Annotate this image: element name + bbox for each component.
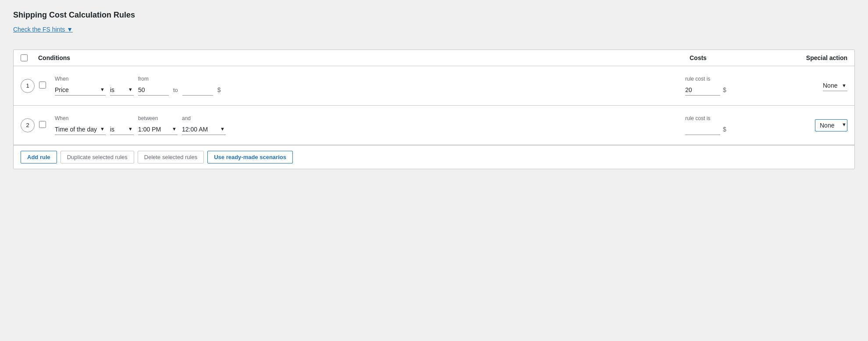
row1-cost-group: rule cost is	[685, 76, 720, 96]
row2-is-label-spacer	[110, 115, 134, 121]
add-rule-button[interactable]: Add rule	[21, 151, 57, 163]
header-checkbox-col	[21, 54, 38, 61]
row1-special: None ▼	[777, 80, 847, 91]
row1-is-label-spacer	[110, 76, 134, 82]
row2-between-group: between 12:00 AM1:00 AM2:00 AM3:00 AM 4:…	[138, 115, 178, 135]
table-row: 2 When Price Weight Quantity Time of the…	[14, 106, 854, 145]
row2-and-group: and 12:00 AM1:00 AM2:00 AM3:00 AM 4:00 A…	[182, 115, 226, 135]
row1-to-label-spacer	[182, 76, 213, 82]
page-title: Shipping Cost Calculation Rules	[13, 11, 855, 20]
delete-rules-button[interactable]: Delete selected rules	[138, 151, 204, 163]
row2-is-group: is is not ▼	[110, 115, 134, 135]
row1-currency1: $	[217, 86, 221, 96]
row2-special: None ▼	[777, 119, 847, 131]
row2-is-wrapper: is is not ▼	[110, 124, 134, 135]
ready-made-button[interactable]: Use ready-made scenarios	[207, 151, 293, 163]
row2-checkbox[interactable]	[39, 121, 46, 128]
row1-condition-select[interactable]: Price Weight Quantity Time of the day	[55, 85, 106, 96]
row1-is-wrapper: is is not ▼	[110, 85, 134, 96]
row1-is-select[interactable]: is is not	[110, 85, 134, 96]
row2-when-group: When Price Weight Quantity Time of the d…	[55, 115, 106, 135]
row2-cost-group: rule cost is	[685, 115, 720, 135]
row1-from-input[interactable]	[138, 85, 169, 96]
conditions-col-header: Conditions	[38, 54, 690, 61]
row1-from-group: from	[138, 76, 169, 96]
row1-when-label: When	[55, 76, 106, 82]
row2-special-select[interactable]: None	[815, 119, 847, 131]
row1-special-select[interactable]: None	[823, 80, 847, 91]
special-col-header: Special action	[777, 54, 847, 61]
table-row: 1 When Price Weight Quantity Time of the…	[14, 66, 854, 106]
row1-from-label: from	[138, 76, 169, 82]
row2-currency2: $	[723, 126, 726, 135]
row1-to-input[interactable]	[182, 85, 213, 96]
select-all-checkbox[interactable]	[21, 54, 28, 61]
duplicate-rules-button[interactable]: Duplicate selected rules	[60, 151, 134, 163]
row2-conditions: When Price Weight Quantity Time of the d…	[55, 115, 681, 135]
row1-special-wrapper: None ▼	[823, 80, 847, 91]
rule-number-2: 2	[21, 118, 35, 132]
row1-checkbox[interactable]	[39, 82, 46, 89]
table-footer: Add rule Duplicate selected rules Delete…	[14, 145, 854, 169]
rules-table: Conditions Costs Special action 1 When P…	[13, 50, 855, 169]
row1-cost-input[interactable]	[685, 85, 720, 96]
row2-checkbox-col	[39, 121, 49, 129]
row1-currency2: $	[723, 86, 726, 96]
row1-is-group: is is not ▼	[110, 76, 134, 96]
costs-col-header: Costs	[690, 54, 777, 61]
row2-costs: rule cost is $	[681, 115, 777, 135]
rule-number-1: 1	[21, 79, 35, 93]
row2-to-time-wrapper: 12:00 AM1:00 AM2:00 AM3:00 AM 4:00 AM5:0…	[182, 124, 226, 135]
row2-to-time-select[interactable]: 12:00 AM1:00 AM2:00 AM3:00 AM 4:00 AM5:0…	[182, 124, 226, 135]
row2-from-time-select[interactable]: 12:00 AM1:00 AM2:00 AM3:00 AM 4:00 AM5:0…	[138, 124, 178, 135]
row2-condition-select[interactable]: Price Weight Quantity Time of the day	[55, 124, 106, 135]
row1-conditions: When Price Weight Quantity Time of the d…	[55, 76, 681, 96]
row1-checkbox-col	[39, 82, 49, 90]
row2-cost-input[interactable]	[685, 124, 720, 135]
row1-cost-label: rule cost is	[685, 76, 720, 82]
row2-between-label: between	[138, 115, 178, 121]
row1-when-group: When Price Weight Quantity Time of the d…	[55, 76, 106, 96]
row2-is-select[interactable]: is is not	[110, 124, 134, 135]
row1-to-label: to	[173, 87, 178, 96]
row1-condition-wrapper: Price Weight Quantity Time of the day ▼	[55, 85, 106, 96]
table-header: Conditions Costs Special action	[14, 50, 854, 66]
row2-when-label: When	[55, 115, 106, 121]
fs-hints-link[interactable]: Check the FS hints ▼	[13, 26, 73, 33]
row1-to-group	[182, 76, 213, 96]
row2-from-time-wrapper: 12:00 AM1:00 AM2:00 AM3:00 AM 4:00 AM5:0…	[138, 124, 178, 135]
row1-costs: rule cost is $	[681, 76, 777, 96]
row2-and-label: and	[182, 115, 226, 121]
row2-condition-wrapper: Price Weight Quantity Time of the day ▼	[55, 124, 106, 135]
row2-special-wrapper: None ▼	[815, 119, 847, 131]
row2-cost-label: rule cost is	[685, 115, 720, 121]
